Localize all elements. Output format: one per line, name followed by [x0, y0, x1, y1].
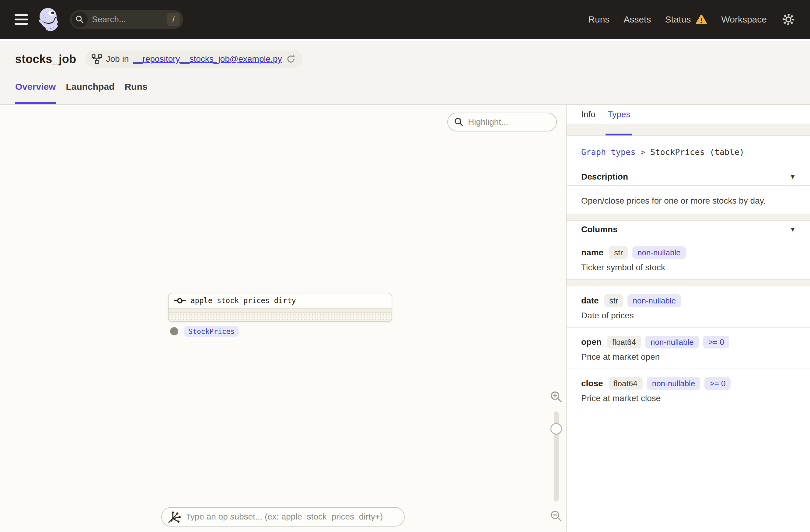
job-tabs: Overview Launchpad Runs	[15, 82, 147, 104]
column-entry: date strnon-nullable Date of prices	[567, 286, 810, 327]
column-name: name	[581, 248, 603, 257]
settings-gear-icon[interactable]	[781, 13, 795, 27]
zoom-in-icon[interactable]	[550, 390, 563, 404]
column-badges: strnon-nullable	[604, 294, 681, 307]
output-type-badge[interactable]: StockPrices	[184, 326, 239, 337]
nav-item-status[interactable]: Status	[665, 14, 707, 25]
breadcrumb-separator: >	[641, 147, 645, 157]
search-icon	[454, 117, 464, 127]
breadcrumb: Graph types > StockPrices (table)	[567, 136, 810, 168]
column-badges: float64non-nullable>= 0	[607, 336, 729, 349]
constraint-badge: non-nullable	[647, 377, 700, 390]
constraint-badge: non-nullable	[632, 246, 686, 259]
column-entry: close float64non-nullable>= 0 Price at m…	[567, 369, 810, 410]
type-badge: str	[609, 246, 628, 259]
hamburger-menu-icon[interactable]	[15, 14, 28, 25]
nav-item-runs[interactable]: Runs	[588, 14, 610, 25]
column-description: Ticker symbol of stock	[581, 263, 795, 272]
tab-runs[interactable]: Runs	[125, 82, 147, 104]
section-header-description[interactable]: Description ▼	[567, 168, 810, 186]
type-badge: float64	[607, 336, 641, 349]
panel-tab-info[interactable]: Info	[581, 110, 596, 119]
tab-overview[interactable]: Overview	[15, 82, 56, 104]
op-node-apple-stock-prices-dirty[interactable]: apple_stock_prices_dirty	[168, 293, 392, 322]
page-title: stocks_job	[15, 53, 76, 66]
column-name: open	[581, 337, 602, 347]
panel-tab-types[interactable]: Types	[608, 110, 631, 119]
tab-launchpad[interactable]: Launchpad	[66, 82, 114, 104]
op-subset-filter	[161, 507, 405, 527]
dagster-logo[interactable]	[36, 5, 61, 33]
nav-item-workspace[interactable]: Workspace	[721, 14, 767, 25]
zoom-slider-thumb[interactable]	[550, 423, 562, 435]
top-nav: / Runs Assets Status Workspace	[0, 0, 810, 39]
breadcrumb-link-graph-types[interactable]: Graph types	[581, 147, 636, 157]
page-header: stocks_job Job in __repository__stocks_j…	[0, 39, 810, 105]
collapse-caret-icon: ▼	[789, 226, 796, 233]
column-name: close	[581, 378, 603, 388]
global-search: /	[70, 10, 183, 29]
column-name: date	[581, 296, 599, 306]
nav-item-assets[interactable]: Assets	[623, 14, 651, 25]
op-graph-canvas[interactable]: apple_stock_prices_dirty StockPrices	[0, 105, 566, 532]
column-entry: name strnon-nullable Ticker symbol of st…	[567, 238, 810, 279]
nav-links: Runs Assets Status Workspace	[588, 14, 767, 25]
constraint-badge: >= 0	[703, 336, 729, 349]
job-graph-icon	[92, 54, 102, 64]
warning-icon	[696, 14, 707, 25]
slash-shortcut-key: /	[167, 13, 179, 26]
description-text: Open/close prices for one or more stocks…	[567, 186, 810, 214]
highlight-search	[447, 113, 557, 131]
type-side-panel: Info Types Graph types > StockPrices (ta…	[567, 105, 810, 532]
job-origin-prefix: Job in	[106, 54, 129, 64]
section-header-columns[interactable]: Columns ▼	[567, 221, 810, 238]
zoom-out-icon[interactable]	[550, 510, 563, 523]
type-badge: str	[604, 294, 623, 307]
column-badges: float64non-nullable>= 0	[609, 377, 731, 390]
type-badge: float64	[609, 377, 643, 390]
breadcrumb-current: StockPrices (table)	[650, 147, 744, 157]
constraint-badge: >= 0	[704, 377, 731, 390]
zoom-control	[548, 390, 565, 523]
search-input[interactable]	[87, 15, 167, 25]
search-icon	[72, 12, 87, 27]
section-gap	[567, 279, 810, 286]
op-node-output-section	[168, 313, 392, 321]
op-node-title: apple_stock_prices_dirty	[191, 296, 296, 305]
highlight-input[interactable]	[468, 117, 550, 127]
op-subset-input[interactable]	[185, 512, 398, 522]
columns-list: name strnon-nullable Ticker symbol of st…	[567, 238, 810, 410]
op-selector-icon	[168, 511, 181, 523]
job-origin-link[interactable]: __repository__stocks_job@example.py	[133, 54, 282, 64]
output-port-dot	[170, 327, 178, 335]
zoom-slider-track[interactable]	[554, 412, 559, 502]
constraint-badge: non-nullable	[628, 294, 681, 307]
column-badges: strnon-nullable	[609, 246, 686, 259]
column-description: Date of prices	[581, 311, 795, 321]
column-entry: open float64non-nullable>= 0 Price at ma…	[567, 327, 810, 369]
panel-tabs: Info Types	[567, 105, 810, 136]
column-description: Price at market open	[581, 352, 795, 362]
column-description: Price at market close	[581, 393, 795, 403]
op-icon	[174, 297, 185, 304]
reload-icon[interactable]	[286, 54, 296, 64]
job-origin-pill: Job in __repository__stocks_job@example.…	[85, 50, 303, 68]
collapse-caret-icon: ▼	[789, 173, 796, 181]
constraint-badge: non-nullable	[645, 336, 699, 349]
